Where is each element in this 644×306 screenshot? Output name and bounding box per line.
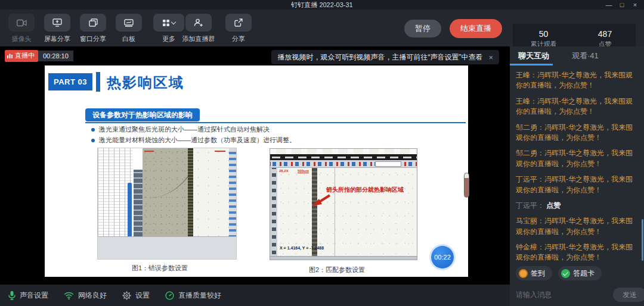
- figure2-caption: 图2：匹配参数设置: [309, 266, 365, 274]
- send-button[interactable]: 发送: [613, 288, 644, 302]
- figure2-annotation: 箭头所指的部分就热影响区域: [326, 186, 404, 194]
- quality-icon: [165, 291, 174, 300]
- share-button[interactable]: 分享: [223, 14, 254, 43]
- window-title: 钉钉直播 2022-03-31: [291, 1, 352, 10]
- notice-text: 播放视频时，观众可听到视频声音，主播可前往“声音设置”中查看: [277, 52, 482, 63]
- presentation-slide: PART 03 热影响区域 设备参数对于热影响区域的影响 激光束通过聚焦后光斑的…: [45, 65, 468, 277]
- broadcast-controls: 暂停 结束直播: [404, 19, 502, 38]
- live-stage: 直播中 00:28:10 播放视频时，观众可听到视频声音，主播可前往“声音设置”…: [0, 46, 510, 285]
- figure1-dark-band: [188, 148, 193, 238]
- live-status-row: 直播中 00:28:10: [5, 50, 73, 62]
- likes-value: 487: [598, 29, 612, 39]
- network-status-label: 网络良好: [78, 291, 107, 301]
- slide-scroll-indicator[interactable]: [464, 173, 469, 198]
- figure1-red-annotation: [144, 151, 154, 152]
- minimize-button[interactable]: —: [605, 1, 613, 9]
- chat-input[interactable]: [516, 291, 608, 299]
- chat-message: 丁远平： 点赞: [516, 201, 637, 211]
- gear-icon: [122, 291, 131, 300]
- settings-item[interactable]: 设置: [122, 291, 150, 301]
- add-live-group-button[interactable]: 添加直播群: [179, 14, 218, 43]
- share-icon: [234, 18, 243, 27]
- live-bars-icon: [7, 53, 13, 58]
- figure2-guide-line: [335, 168, 335, 256]
- countdown-bubble: 00:22: [431, 246, 454, 268]
- slide-bullet-2: 激光能量对材料烧蚀的大小——通过参数（功率及速度）进行调整。: [91, 136, 296, 145]
- audio-settings-item[interactable]: 声音设置: [8, 291, 48, 301]
- views-value: 50: [539, 29, 549, 39]
- quick-actions: 签到 答题卡: [510, 263, 644, 283]
- screen-share-icon: [52, 18, 62, 27]
- chat-sidebar: 聊天互动 观看·41 王峰：冯晖琪-华之尊激光，我来围观你的直播啦，为你点赞！ …: [510, 46, 644, 306]
- chat-message: 马宝丽：冯晖琪-华之尊激光，我来围观你的直播啦，为你点赞！: [516, 216, 637, 237]
- add-group-icon: [194, 18, 203, 27]
- chat-message: 邹二勇：冯晖琪-华之尊激光，我来围观你的直播啦，为你点赞！: [516, 123, 637, 143]
- camera-label: 摄像头: [12, 35, 32, 43]
- slide-section-underline: [85, 122, 466, 123]
- mic-icon: [8, 291, 16, 300]
- sign-in-button[interactable]: 签到: [516, 266, 552, 280]
- window-controls: — □ ×: [605, 0, 639, 10]
- figure2-left-toolbar: [270, 168, 277, 260]
- share-label: 分享: [232, 35, 245, 43]
- slide-bullet-1: 激光束通过聚焦后光斑的大小——通过探针式自动对焦解决: [91, 125, 270, 134]
- figure1-red-annotation: [215, 151, 225, 152]
- chat-message: 邹二勇：冯晖琪-华之尊激光，我来围观你的直播啦，为你点赞！: [516, 148, 637, 169]
- stream-quality-label: 直播质量较好: [178, 291, 221, 301]
- whiteboard-button[interactable]: 白板: [113, 14, 144, 43]
- live-badge: 直播中: [5, 50, 38, 62]
- whiteboard-icon: [124, 19, 134, 27]
- slide-part-label: PART 03: [48, 73, 92, 90]
- bullet-dot: [91, 139, 95, 142]
- chat-message-list[interactable]: 王峰：冯晖琪-华之尊激光，我来围观你的直播啦，为你点赞！ 王峰：冯晖琪-华之尊激…: [510, 65, 644, 263]
- app-window: 钉钉直播 2022-03-31 — □ × 摄像头 屏幕分享: [0, 0, 644, 306]
- end-live-button[interactable]: 结束直播: [450, 19, 502, 38]
- window-share-button[interactable]: 窗口分享: [78, 14, 109, 43]
- maximize-button[interactable]: □: [618, 1, 626, 9]
- toolbar-left-group: 摄像头 屏幕分享 窗口分享 白板: [6, 14, 188, 43]
- tab-chat[interactable]: 聊天互动: [518, 51, 549, 61]
- figure2-dropdown: [375, 161, 401, 167]
- figure2-magnification: 28.2X: [279, 169, 289, 173]
- close-button[interactable]: ×: [631, 1, 639, 9]
- slide-section-header: 设备参数对于热影响区域的影响: [85, 108, 200, 121]
- chat-input-row: 发送: [510, 283, 644, 306]
- figure2-scale-label: 500um: [298, 169, 309, 173]
- sign-in-coin-icon: [519, 269, 528, 278]
- chat-message: 钟金樟：冯晖琪-华之尊激光，我来围观你的直播啦，为你点赞！: [516, 242, 637, 263]
- notice-close-icon[interactable]: ×: [488, 53, 493, 62]
- statusbar: 声音设置 网络良好 设置 直播质量较好: [0, 285, 510, 306]
- figure2-status-coords: X = 1.4164, Y = -7.2488: [280, 246, 324, 250]
- tab-viewers[interactable]: 观看·41: [572, 51, 599, 61]
- bullet-dot: [91, 128, 95, 132]
- live-badge-label: 直播中: [15, 51, 35, 60]
- chat-scrollbar[interactable]: [642, 219, 643, 261]
- slide-title-divider: [96, 72, 100, 92]
- toolbar-mid-group: 添加直播群 分享: [179, 14, 254, 43]
- notice-toast: 播放视频时，观众可听到视频声音，主播可前往“声音设置”中查看 ×: [271, 50, 499, 64]
- figure1-right-toolbar: [229, 148, 236, 238]
- figure1-specimen-white: [193, 148, 230, 238]
- figure1-caption: 图1：错误参数设置: [132, 264, 188, 273]
- camera-icon: [17, 19, 27, 27]
- figure2-canvas: 28.2X 500um 箭头所指的部分就热影响区域 X = 1.4164, Y …: [277, 168, 417, 256]
- titlebar: 钉钉直播 2022-03-31 — □ ×: [0, 0, 644, 10]
- window-share-icon: [89, 18, 98, 27]
- whiteboard-label: 白板: [122, 35, 135, 43]
- figure2-heat-strip: [312, 168, 317, 256]
- pause-button[interactable]: 暂停: [404, 20, 441, 38]
- answer-card-button[interactable]: 答题卡: [558, 266, 602, 280]
- figure2-menubar: [270, 154, 417, 160]
- chevron-down-icon: [171, 19, 176, 24]
- chat-message: 王峰：冯晖琪-华之尊激光，我来围观你的直播啦，为你点赞！: [516, 96, 637, 117]
- annotation-arrow-icon: [311, 193, 331, 208]
- camera-button[interactable]: 摄像头: [6, 14, 37, 43]
- live-timer: 00:28:10: [38, 51, 73, 61]
- screen-share-button[interactable]: 屏幕分享: [42, 14, 73, 43]
- chat-message: 王峰：冯晖琪-华之尊激光，我来围观你的直播啦，为你点赞！: [516, 70, 637, 91]
- network-status-item[interactable]: 网络良好: [64, 291, 107, 301]
- stream-quality-item[interactable]: 直播质量较好: [165, 291, 221, 301]
- settings-label: 设置: [135, 291, 150, 301]
- figure2-screenshot: 28.2X 500um 箭头所指的部分就热影响区域 X = 1.4164, Y …: [270, 148, 417, 260]
- audio-settings-label: 声音设置: [20, 291, 48, 301]
